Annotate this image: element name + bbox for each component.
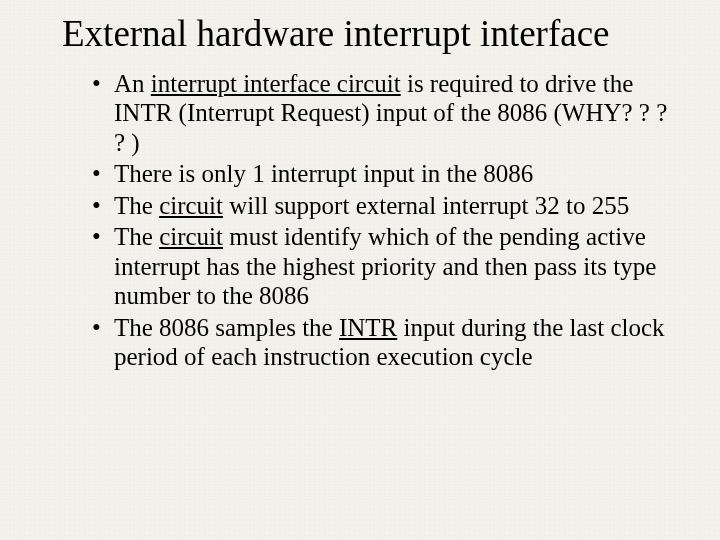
bullet-text-pre: There is only 1 interrupt input in the 8… [114,160,533,187]
bullet-text-underline: INTR [339,314,397,341]
list-item: The circuit must identify which of the p… [92,222,672,311]
list-item: The circuit will support external interr… [92,191,672,221]
bullet-text-pre: The [114,223,159,250]
bullet-text-underline: circuit [159,223,223,250]
bullet-text-pre: An [114,70,151,97]
slide-title: External hardware interrupt interface [62,14,672,55]
bullet-text-underline: interrupt interface circuit [151,70,401,97]
bullet-text-post: will support external interrupt 32 to 25… [223,192,629,219]
slide: External hardware interrupt interface An… [0,0,720,540]
list-item: An interrupt interface circuit is requir… [92,69,672,158]
bullet-text-underline: circuit [159,192,223,219]
bullet-list: An interrupt interface circuit is requir… [62,69,672,372]
bullet-text-pre: The 8086 samples the [114,314,339,341]
bullet-text-pre: The [114,192,159,219]
list-item: The 8086 samples the INTR input during t… [92,313,672,372]
list-item: There is only 1 interrupt input in the 8… [92,159,672,189]
